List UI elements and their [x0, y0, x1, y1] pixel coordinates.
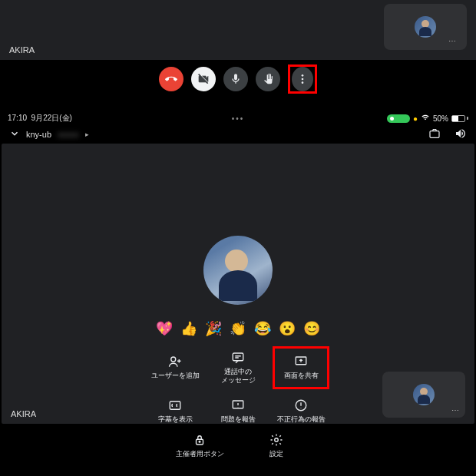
speaker-icon[interactable]: [455, 127, 467, 141]
host-controls-button[interactable]: 主催者用ボタン: [165, 428, 234, 463]
overflow-menu-row1: ユーザーを追加 通話中の メッセージ 画面を共有 字幕を表示 問題を報告: [147, 346, 329, 428]
abuse-icon: [294, 398, 308, 412]
main-avatar: [203, 236, 273, 305]
reaction-row: 💖 👍 🎉 👏 😂 😮 😊: [156, 320, 320, 337]
svg-point-4: [171, 357, 176, 362]
settings-button[interactable]: 設定: [242, 428, 311, 463]
battery-percent: 50%: [433, 114, 448, 123]
svg-point-11: [199, 441, 200, 442]
more-options-highlight: [288, 64, 317, 94]
thumb-more-icon[interactable]: ⋯: [448, 37, 458, 45]
video-area: ⋯ AKIRA: [0, 0, 476, 60]
avatar: [415, 16, 436, 38]
status-right: ● 50%: [387, 114, 468, 123]
wifi-icon: [421, 114, 430, 123]
hand-icon: [262, 73, 274, 85]
reaction-laugh[interactable]: 😂: [254, 320, 271, 337]
svg-point-0: [302, 74, 304, 77]
add-user-button[interactable]: ユーザーを追加: [147, 346, 203, 389]
reaction-heart[interactable]: 💖: [156, 320, 173, 337]
svg-point-2: [302, 81, 304, 84]
chat-button[interactable]: 通話中の メッセージ: [210, 346, 266, 389]
battery-icon: [451, 115, 468, 122]
captions-button[interactable]: 字幕を表示: [147, 394, 203, 428]
camera-off-button[interactable]: [191, 67, 216, 91]
meeting-title-bar: kny-ub xxxxx ▸: [0, 125, 476, 144]
svg-rect-3: [430, 131, 439, 138]
camera-off-icon: [197, 73, 210, 85]
svg-point-12: [275, 438, 279, 442]
thumb-more-icon[interactable]: ⋯: [451, 406, 461, 415]
meet-video-area: 💖 👍 🎉 👏 😂 😮 😊 ユーザーを追加 通話中の メッセージ: [2, 144, 474, 424]
report-icon: [231, 398, 245, 412]
ipad-status-bar: 17:10 9月22日(金) ••• ● 50%: [0, 111, 476, 125]
chat-icon: [231, 351, 245, 365]
reaction-party[interactable]: 🎉: [205, 320, 222, 337]
reaction-wow[interactable]: 😮: [279, 320, 296, 337]
reaction-thumbsup[interactable]: 👍: [180, 320, 197, 337]
avatar: [413, 384, 435, 405]
dots-vertical-icon: [296, 73, 309, 85]
multitask-dots-icon[interactable]: •••: [232, 114, 245, 123]
gear-icon: [269, 433, 283, 447]
svg-rect-5: [233, 353, 243, 361]
share-screen-button[interactable]: 画面を共有: [273, 346, 329, 389]
captions-icon: [168, 398, 182, 412]
lock-person-icon: [193, 433, 207, 447]
raise-hand-button[interactable]: [256, 67, 280, 91]
reaction-smile[interactable]: 😊: [303, 320, 320, 337]
participant-name: AKIRA: [9, 45, 35, 55]
overflow-menu-row2: 主催者用ボタン 設定: [0, 424, 476, 464]
add-user-icon: [168, 355, 182, 369]
report-abuse-button[interactable]: 不正行為の報告: [273, 394, 329, 428]
svg-point-1: [302, 78, 304, 80]
share-screen-icon: [294, 355, 308, 369]
call-controls: [0, 60, 476, 98]
reaction-clap[interactable]: 👏: [230, 320, 246, 337]
self-view-thumbnail[interactable]: ⋯: [384, 4, 467, 50]
more-options-button[interactable]: [292, 67, 313, 91]
report-problem-button[interactable]: 問題を報告: [210, 394, 266, 428]
screenshot-top: ⋯ AKIRA: [0, 0, 476, 98]
participant-name: AKIRA: [11, 409, 36, 418]
status-time: 17:10: [8, 114, 27, 122]
status-date: 9月22日(金): [31, 114, 72, 122]
self-view-thumbnail[interactable]: ⋯: [382, 372, 465, 418]
phone-hangup-icon: [165, 73, 177, 85]
end-call-button[interactable]: [159, 67, 183, 91]
camera-switch-icon[interactable]: [428, 127, 441, 141]
recording-indicator-icon: [387, 114, 410, 123]
meeting-id: kny-ub: [26, 130, 51, 139]
screenshot-bottom: 17:10 9月22日(金) ••• ● 50% kny-ub xxxxx ▸: [0, 111, 476, 476]
collapse-icon[interactable]: [9, 128, 20, 140]
mic-icon: [230, 73, 242, 85]
status-left: 17:10 9月22日(金): [8, 113, 72, 124]
mic-button[interactable]: [223, 67, 248, 91]
